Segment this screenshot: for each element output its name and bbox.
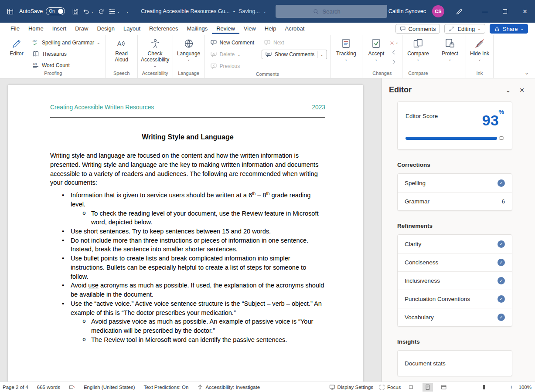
page-header[interactable]: Creating Accessible Written Resources 20…	[50, 103, 325, 118]
tab-insert[interactable]: Insert	[48, 24, 71, 34]
tab-draw[interactable]: Draw	[71, 24, 92, 34]
word-count[interactable]: 665 words	[37, 385, 60, 390]
list-item-passive-voice[interactable]: oAvoid passive voice as much as possible…	[50, 317, 325, 335]
read-mode-button[interactable]	[406, 383, 417, 392]
tab-review[interactable]: Review	[212, 24, 239, 34]
bullet-list-chevron-icon[interactable]: ⌄	[117, 10, 120, 14]
tab-file[interactable]: File	[6, 24, 24, 34]
maximize-button[interactable]	[495, 0, 515, 23]
focus-button[interactable]: Focus	[379, 384, 401, 390]
previous-comment-button[interactable]: Previous	[208, 61, 242, 71]
minimize-button[interactable]: —	[475, 0, 495, 23]
document-canvas[interactable]: Creating Accessible Written Resources 20…	[0, 78, 382, 382]
app-icon[interactable]	[3, 4, 17, 18]
web-layout-button[interactable]	[439, 383, 449, 392]
show-comments-button[interactable]: Show Comments ⌄	[262, 50, 327, 59]
protect-button[interactable]: Protect ⌄	[437, 37, 463, 68]
list-item-reading-level[interactable]: •Information that is given to service us…	[50, 191, 325, 209]
zoom-thumb[interactable]	[483, 385, 485, 389]
user-name[interactable]: Caitlin Synovec	[388, 8, 426, 14]
tab-view[interactable]: View	[239, 24, 260, 34]
editor-button[interactable]: Editor	[4, 37, 29, 68]
show-comments-chevron-icon[interactable]: ⌄	[320, 53, 324, 56]
delete-comment-button[interactable]: Delete ⌄	[208, 49, 243, 60]
autosave-toggle[interactable]: AutoSave On	[19, 7, 65, 15]
spelling-grammar-button[interactable]: abc Spelling and Grammar ⌄	[30, 37, 102, 48]
list-item-three-instructions[interactable]: •Do not include more than three instruct…	[50, 236, 325, 254]
tab-home[interactable]: Home	[24, 24, 48, 34]
intro-paragraph[interactable]: Writing style and language are focused o…	[50, 151, 325, 187]
reject-change-button[interactable]: ⌄	[388, 38, 399, 47]
tab-references[interactable]: References	[145, 24, 182, 34]
list-item-bullet-points[interactable]: •Use bullet points to create lists and b…	[50, 254, 325, 281]
proofing-errors-icon[interactable]	[69, 384, 75, 390]
undo-icon[interactable]: ⌄	[82, 4, 95, 18]
document-heading[interactable]: Writing Style and Language	[50, 132, 325, 142]
pane-close-icon[interactable]: ✕	[519, 87, 525, 94]
tracking-button[interactable]: Tracking ⌄	[334, 37, 359, 68]
editing-mode-button[interactable]: Editing ⌄	[444, 24, 485, 34]
text-predictions-indicator[interactable]: Text Predictions: On	[144, 385, 189, 390]
share-chevron-icon[interactable]: ⌄	[520, 27, 524, 31]
pen-tools-icon[interactable]	[451, 4, 467, 18]
close-button[interactable]: ✕	[515, 0, 535, 23]
read-aloud-button[interactable]: A Read Aloud	[109, 37, 134, 68]
next-comment-button[interactable]: Next	[262, 37, 286, 48]
avatar[interactable]: CS	[432, 5, 444, 17]
refinement-row-inclusiveness[interactable]: Inclusiveness ✓	[398, 271, 512, 290]
document-title[interactable]: Creating Accessible Resources Gu... - Sa…	[141, 8, 266, 14]
search-box[interactable]	[276, 5, 387, 18]
list-item-acronyms[interactable]: •Avoid use acronyms as much as possible.…	[50, 281, 325, 299]
zoom-in-button[interactable]: +	[510, 384, 513, 390]
check-accessibility-button[interactable]: Check Accessibility ⌄	[141, 37, 170, 68]
print-layout-button[interactable]	[423, 383, 433, 392]
zoom-level[interactable]: 100%	[519, 385, 532, 390]
thesaurus-button[interactable]: Thesaurus	[30, 49, 102, 59]
group-label-speech: Speech	[107, 71, 136, 78]
list-item-short-sentences[interactable]: •Use short sentences. Try to keep senten…	[50, 227, 325, 236]
title-chevron-icon[interactable]: ⌄	[263, 10, 267, 14]
tab-mailings[interactable]: Mailings	[183, 24, 212, 34]
refinement-row-punctuation[interactable]: Punctuation Conventions ✓	[398, 290, 512, 308]
previous-change-button[interactable]	[388, 48, 399, 56]
correction-row-spelling[interactable]: Spelling ✓	[398, 174, 512, 192]
save-icon[interactable]	[68, 4, 82, 18]
display-settings-button[interactable]: Display Settings	[329, 384, 373, 390]
tab-layout[interactable]: Layout	[119, 24, 145, 34]
ribbon-group-proofing: Editor abc Spelling and Grammar ⌄ Thesau…	[1, 35, 106, 78]
list-item-review-tool[interactable]: oThe Review tool in Microsoft word can i…	[50, 335, 325, 345]
tab-help[interactable]: Help	[260, 24, 281, 34]
search-input[interactable]	[323, 8, 351, 15]
document-page[interactable]: Creating Accessible Written Resources 20…	[8, 85, 363, 382]
refinement-row-vocabulary[interactable]: Vocabulary ✓	[398, 308, 512, 326]
correction-row-grammar[interactable]: Grammar 6	[398, 192, 512, 210]
undo-chevron-icon[interactable]: ⌄	[91, 10, 94, 14]
list-item-active-voice[interactable]: •Use the “active voice.” Active voice se…	[50, 299, 325, 317]
next-change-button[interactable]	[388, 57, 399, 66]
refinement-row-conciseness[interactable]: Conciseness ✓	[398, 253, 512, 271]
accessibility-status[interactable]: Accessibility: Investigate	[197, 384, 260, 390]
redo-icon[interactable]	[95, 4, 108, 18]
word-count-button[interactable]: 123 Word Count	[30, 60, 102, 71]
language-button[interactable]: Language ⌄	[176, 37, 201, 68]
autosave-switch[interactable]: On	[46, 7, 65, 15]
insight-row-document-stats[interactable]: Document stats	[398, 351, 512, 376]
comments-button[interactable]: Comments	[395, 24, 440, 34]
hide-ink-button[interactable]: Hide Ink ⌄	[469, 37, 490, 68]
tab-acrobat[interactable]: Acrobat	[281, 24, 309, 34]
bullet-list-icon[interactable]: ⌄	[108, 4, 121, 18]
ribbon-collapse-chevron-icon[interactable]: ⌄	[525, 70, 529, 76]
compare-button[interactable]: Compare ⌄	[406, 37, 431, 68]
share-button[interactable]: Share ⌄	[490, 24, 528, 34]
zoom-slider[interactable]	[464, 385, 504, 390]
tab-design[interactable]: Design	[93, 24, 119, 34]
new-comment-button[interactable]: New Comment	[208, 37, 256, 48]
quick-access-more-icon[interactable]: ⌄	[121, 4, 134, 18]
pane-chevron-down-icon[interactable]: ⌄	[506, 87, 511, 94]
language-indicator[interactable]: English (United States)	[84, 385, 135, 390]
page-indicator[interactable]: Page 2 of 4	[3, 385, 28, 390]
refinement-row-clarity[interactable]: Clarity ✓	[398, 235, 512, 253]
zoom-out-button[interactable]: −	[455, 384, 458, 390]
list-item-check-reading-level[interactable]: oTo check the reading level of your docu…	[50, 209, 325, 227]
accept-button[interactable]: Accept ⌄	[365, 37, 387, 68]
